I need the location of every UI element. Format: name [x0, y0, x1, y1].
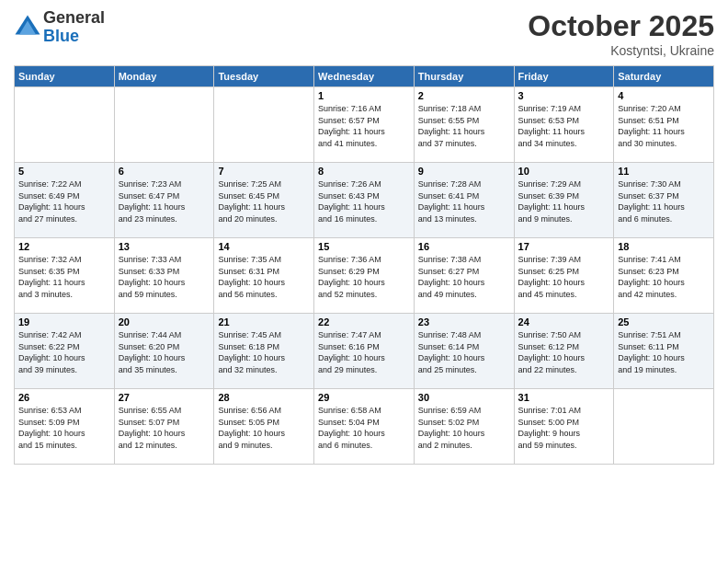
- day-info: Sunrise: 7:45 AMSunset: 6:18 PMDaylight:…: [218, 329, 310, 375]
- day-number: 15: [318, 241, 410, 252]
- day-info: Sunrise: 7:32 AMSunset: 6:35 PMDaylight:…: [18, 254, 110, 300]
- calendar-cell: 5Sunrise: 7:22 AMSunset: 6:49 PMDaylight…: [15, 163, 115, 238]
- day-number: 12: [18, 241, 110, 252]
- day-number: 28: [218, 392, 310, 403]
- day-info: Sunrise: 7:30 AMSunset: 6:37 PMDaylight:…: [618, 178, 710, 224]
- week-row-1: 1Sunrise: 7:16 AMSunset: 6:57 PMDaylight…: [15, 87, 714, 163]
- week-row-5: 26Sunrise: 6:53 AMSunset: 5:09 PMDayligh…: [15, 389, 714, 465]
- day-info: Sunrise: 7:29 AMSunset: 6:39 PMDaylight:…: [518, 178, 610, 224]
- day-info: Sunrise: 7:01 AMSunset: 5:00 PMDaylight:…: [518, 405, 610, 451]
- day-number: 3: [518, 90, 610, 101]
- day-info: Sunrise: 7:39 AMSunset: 6:25 PMDaylight:…: [518, 254, 610, 300]
- day-number: 6: [119, 166, 210, 177]
- day-number: 21: [218, 316, 310, 327]
- calendar-table: SundayMondayTuesdayWednesdayThursdayFrid…: [14, 65, 714, 465]
- day-number: 7: [218, 166, 310, 177]
- day-info: Sunrise: 7:25 AMSunset: 6:45 PMDaylight:…: [218, 178, 310, 224]
- calendar-cell: 21Sunrise: 7:45 AMSunset: 6:18 PMDayligh…: [214, 314, 314, 389]
- day-info: Sunrise: 6:55 AMSunset: 5:07 PMDaylight:…: [119, 405, 210, 451]
- calendar-cell: 4Sunrise: 7:20 AMSunset: 6:51 PMDaylight…: [614, 87, 714, 163]
- weekday-header-wednesday: Wednesday: [314, 66, 415, 87]
- weekday-header-thursday: Thursday: [414, 66, 514, 87]
- day-number: 11: [618, 166, 710, 177]
- calendar-cell: 19Sunrise: 7:42 AMSunset: 6:22 PMDayligh…: [15, 314, 115, 389]
- day-number: 5: [18, 166, 110, 177]
- day-number: 13: [119, 241, 210, 252]
- day-info: Sunrise: 7:18 AMSunset: 6:55 PMDaylight:…: [418, 103, 510, 149]
- day-number: 18: [618, 241, 710, 252]
- weekday-header-sunday: Sunday: [15, 66, 115, 87]
- day-info: Sunrise: 7:50 AMSunset: 6:12 PMDaylight:…: [518, 329, 610, 375]
- weekday-header-monday: Monday: [114, 66, 214, 87]
- day-number: 24: [518, 316, 610, 327]
- day-number: 1: [318, 90, 410, 101]
- day-info: Sunrise: 7:28 AMSunset: 6:41 PMDaylight:…: [418, 178, 510, 224]
- weekday-header-saturday: Saturday: [614, 66, 714, 87]
- calendar-cell: 22Sunrise: 7:47 AMSunset: 6:16 PMDayligh…: [314, 314, 415, 389]
- day-info: Sunrise: 7:23 AMSunset: 6:47 PMDaylight:…: [119, 178, 210, 224]
- calendar-cell: 17Sunrise: 7:39 AMSunset: 6:25 PMDayligh…: [514, 238, 614, 314]
- day-info: Sunrise: 7:48 AMSunset: 6:14 PMDaylight:…: [418, 329, 510, 375]
- day-info: Sunrise: 7:47 AMSunset: 6:16 PMDaylight:…: [318, 329, 410, 375]
- day-number: 20: [119, 316, 210, 327]
- logo-general: General: [43, 9, 105, 28]
- calendar-cell: 15Sunrise: 7:36 AMSunset: 6:29 PMDayligh…: [314, 238, 415, 314]
- calendar-cell: 14Sunrise: 7:35 AMSunset: 6:31 PMDayligh…: [214, 238, 314, 314]
- day-number: 2: [418, 90, 510, 101]
- day-number: 8: [318, 166, 410, 177]
- day-info: Sunrise: 7:44 AMSunset: 6:20 PMDaylight:…: [119, 329, 210, 375]
- day-info: Sunrise: 6:53 AMSunset: 5:09 PMDaylight:…: [18, 405, 110, 451]
- week-row-3: 12Sunrise: 7:32 AMSunset: 6:35 PMDayligh…: [15, 238, 714, 314]
- calendar-cell: 23Sunrise: 7:48 AMSunset: 6:14 PMDayligh…: [414, 314, 514, 389]
- day-info: Sunrise: 7:26 AMSunset: 6:43 PMDaylight:…: [318, 178, 410, 224]
- day-info: Sunrise: 7:51 AMSunset: 6:11 PMDaylight:…: [618, 329, 710, 375]
- day-info: Sunrise: 7:38 AMSunset: 6:27 PMDaylight:…: [418, 254, 510, 300]
- calendar-cell: 24Sunrise: 7:50 AMSunset: 6:12 PMDayligh…: [514, 314, 614, 389]
- calendar-cell: 13Sunrise: 7:33 AMSunset: 6:33 PMDayligh…: [114, 238, 214, 314]
- calendar-cell: [614, 389, 714, 465]
- calendar-cell: 1Sunrise: 7:16 AMSunset: 6:57 PMDaylight…: [314, 87, 415, 163]
- day-info: Sunrise: 6:59 AMSunset: 5:02 PMDaylight:…: [418, 405, 510, 451]
- calendar-cell: 27Sunrise: 6:55 AMSunset: 5:07 PMDayligh…: [114, 389, 214, 465]
- calendar-cell: 11Sunrise: 7:30 AMSunset: 6:37 PMDayligh…: [614, 163, 714, 238]
- day-info: Sunrise: 7:42 AMSunset: 6:22 PMDaylight:…: [18, 329, 110, 375]
- calendar-cell: 6Sunrise: 7:23 AMSunset: 6:47 PMDaylight…: [114, 163, 214, 238]
- day-number: 26: [18, 392, 110, 403]
- calendar-cell: 8Sunrise: 7:26 AMSunset: 6:43 PMDaylight…: [314, 163, 415, 238]
- page: General Blue October 2025 Kostyntsi, Ukr…: [0, 0, 728, 563]
- day-info: Sunrise: 7:41 AMSunset: 6:23 PMDaylight:…: [618, 254, 710, 300]
- title-block: October 2025 Kostyntsi, Ukraine: [528, 9, 714, 58]
- day-info: Sunrise: 6:58 AMSunset: 5:04 PMDaylight:…: [318, 405, 410, 451]
- day-number: 17: [518, 241, 610, 252]
- day-number: 25: [618, 316, 710, 327]
- calendar-cell: 9Sunrise: 7:28 AMSunset: 6:41 PMDaylight…: [414, 163, 514, 238]
- calendar-cell: 18Sunrise: 7:41 AMSunset: 6:23 PMDayligh…: [614, 238, 714, 314]
- day-number: 9: [418, 166, 510, 177]
- logo-text: General Blue: [43, 9, 105, 46]
- calendar-cell: 25Sunrise: 7:51 AMSunset: 6:11 PMDayligh…: [614, 314, 714, 389]
- day-number: 19: [18, 316, 110, 327]
- calendar-cell: 3Sunrise: 7:19 AMSunset: 6:53 PMDaylight…: [514, 87, 614, 163]
- day-info: Sunrise: 7:20 AMSunset: 6:51 PMDaylight:…: [618, 103, 710, 149]
- day-number: 23: [418, 316, 510, 327]
- day-number: 31: [518, 392, 610, 403]
- calendar-cell: 30Sunrise: 6:59 AMSunset: 5:02 PMDayligh…: [414, 389, 514, 465]
- logo: General Blue: [14, 9, 105, 46]
- calendar-cell: 31Sunrise: 7:01 AMSunset: 5:00 PMDayligh…: [514, 389, 614, 465]
- weekday-header-tuesday: Tuesday: [214, 66, 314, 87]
- calendar-cell: [114, 87, 214, 163]
- day-number: 10: [518, 166, 610, 177]
- calendar-cell: 7Sunrise: 7:25 AMSunset: 6:45 PMDaylight…: [214, 163, 314, 238]
- day-number: 22: [318, 316, 410, 327]
- day-info: Sunrise: 7:36 AMSunset: 6:29 PMDaylight:…: [318, 254, 410, 300]
- day-number: 27: [119, 392, 210, 403]
- week-row-4: 19Sunrise: 7:42 AMSunset: 6:22 PMDayligh…: [15, 314, 714, 389]
- day-number: 4: [618, 90, 710, 101]
- weekday-header-friday: Friday: [514, 66, 614, 87]
- day-number: 14: [218, 241, 310, 252]
- day-info: Sunrise: 7:22 AMSunset: 6:49 PMDaylight:…: [18, 178, 110, 224]
- calendar-cell: 2Sunrise: 7:18 AMSunset: 6:55 PMDaylight…: [414, 87, 514, 163]
- day-info: Sunrise: 7:19 AMSunset: 6:53 PMDaylight:…: [518, 103, 610, 149]
- location-subtitle: Kostyntsi, Ukraine: [528, 43, 714, 58]
- calendar-cell: [15, 87, 115, 163]
